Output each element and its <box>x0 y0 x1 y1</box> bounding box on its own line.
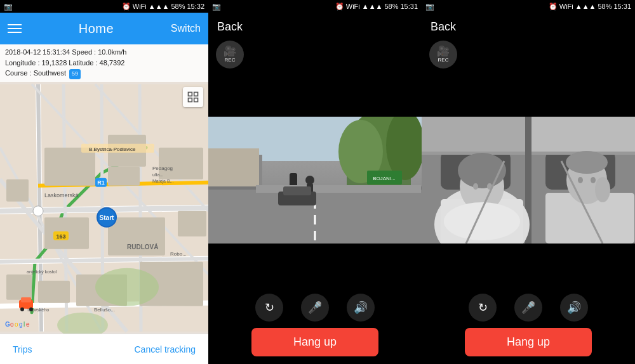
speed-badge: 59 <box>69 69 81 79</box>
video2-status-icons: ⏰ WiFi ▲▲▲ 58% 15:31 <box>549 3 631 11</box>
svg-rect-54 <box>189 98 192 101</box>
svg-text:RUDLOVÁ: RUDLOVÁ <box>127 242 158 250</box>
switch-button[interactable]: Switch <box>171 23 201 34</box>
rotate-icon-front: ↻ <box>265 301 274 315</box>
svg-rect-7 <box>6 274 32 299</box>
header-title: Home <box>79 22 114 36</box>
bottom-nav: Trips Cancel tracking <box>0 334 208 364</box>
svg-text:anjelický kostol: anjelický kostol <box>27 269 57 274</box>
hangup-button-interior[interactable]: Hang up <box>465 328 592 356</box>
volume-button-front[interactable]: 🔊 <box>347 294 375 322</box>
svg-point-2 <box>33 205 43 216</box>
video-bottom-black-interior <box>422 244 635 287</box>
volume-icon-front: 🔊 <box>354 301 368 315</box>
svg-rect-11 <box>108 166 140 185</box>
info-line3: Course : Southwest 59 <box>5 68 203 79</box>
svg-rect-10 <box>38 280 70 302</box>
v2-time: 15:31 <box>613 3 631 10</box>
svg-text:g: g <box>19 320 23 327</box>
v2-wifi-icon: WiFi <box>559 3 573 10</box>
map-panel: 📷 ⏰ WiFi ▲▲▲ 58% 15:32 Home Switch 2018-… <box>0 0 208 364</box>
svg-rect-53 <box>194 92 198 96</box>
video2-camera-icon: 📷 <box>425 3 434 11</box>
mic-icon-front: 🎤 <box>308 301 322 315</box>
video2-header: Back <box>422 13 635 41</box>
svg-rect-43 <box>21 297 31 302</box>
signal-icon: ▲▲▲ <box>149 3 170 10</box>
v1-battery: 58% <box>384 3 398 10</box>
map-view[interactable]: Banská Bystrica Laskomerská B.Bystrica-P… <box>0 82 208 334</box>
status-bar-map: 📷 ⏰ WiFi ▲▲▲ 58% 15:32 <box>0 0 208 13</box>
svg-rect-55 <box>194 98 198 101</box>
video-bottom-black-front <box>208 244 422 287</box>
volume-icon-interior: 🔊 <box>567 301 581 315</box>
svg-text:163: 163 <box>56 233 65 239</box>
rotate-button-interior[interactable]: ↻ <box>469 294 497 322</box>
mic-button-interior[interactable]: 🎤 <box>514 294 542 322</box>
back-button-interior[interactable]: Back <box>431 20 456 34</box>
svg-rect-77 <box>422 117 528 152</box>
video-panel-front: 📷 ⏰ WiFi ▲▲▲ 58% 15:31 Back 🎥 REC BOJANI… <box>208 0 422 364</box>
svg-point-91 <box>578 177 583 183</box>
svg-text:B.Bystrica-Podlavice: B.Bystrica-Podlavice <box>89 146 136 152</box>
svg-text:ulta...: ulta... <box>152 172 163 176</box>
video-controls-front: ↻ 🎤 🔊 <box>208 287 422 328</box>
svg-text:Pedagog: Pedagog <box>152 165 173 171</box>
svg-text:BOJANI...: BOJANI... <box>373 176 396 181</box>
svg-point-45 <box>29 307 33 311</box>
svg-point-67 <box>305 176 314 185</box>
info-line2: Longitude : 19,1328 Latitude : 48,7392 <box>5 58 203 68</box>
wifi-icon: WiFi <box>133 3 147 10</box>
volume-button-interior[interactable]: 🔊 <box>560 294 588 322</box>
rotate-icon-interior: ↻ <box>478 301 488 315</box>
trips-link[interactable]: Trips <box>13 344 32 354</box>
cancel-tracking-link[interactable]: Cancel tracking <box>135 344 196 354</box>
svg-rect-3 <box>44 147 95 185</box>
svg-rect-13 <box>178 211 206 236</box>
svg-text:e: e <box>26 320 30 327</box>
mic-button-front[interactable]: 🎤 <box>301 294 329 322</box>
svg-text:Laskomerská: Laskomerská <box>44 192 79 198</box>
rec-button-front[interactable]: 🎥 REC <box>216 41 244 68</box>
rotate-button-front[interactable]: ↻ <box>255 294 283 322</box>
svg-point-89 <box>566 151 608 174</box>
v1-wifi-icon: WiFi <box>346 3 360 10</box>
map-header: Home Switch <box>0 13 208 44</box>
svg-point-84 <box>473 183 478 190</box>
v1-signal-icon: ▲▲▲ <box>362 3 383 10</box>
video-panel-interior: 📷 ⏰ WiFi ▲▲▲ 58% 15:31 Back 🎥 REC <box>422 0 635 364</box>
svg-point-92 <box>591 177 596 183</box>
svg-text:l: l <box>23 320 25 327</box>
battery-level: 58% <box>171 3 185 10</box>
alarm-icon: ⏰ <box>122 3 131 11</box>
hangup-button-front[interactable]: Hang up <box>251 328 378 356</box>
video1-header: Back <box>208 13 422 41</box>
v2-alarm-icon: ⏰ <box>549 3 558 11</box>
v2-battery: 58% <box>598 3 612 10</box>
rec-camera-icon: 🎥 <box>224 46 236 56</box>
status-bar-video1: 📷 ⏰ WiFi ▲▲▲ 58% 15:31 <box>208 0 422 13</box>
rec-camera-icon-2: 🎥 <box>437 46 450 56</box>
video-feed-front: BOJANI... <box>208 117 422 244</box>
svg-text:o: o <box>10 320 14 327</box>
video1-status-icons: ⏰ WiFi ▲▲▲ 58% 15:31 <box>335 3 418 11</box>
svg-text:Robo...: Robo... <box>170 250 187 256</box>
svg-rect-78 <box>528 117 635 152</box>
svg-text:Bellušo...: Bellušo... <box>94 306 115 312</box>
status-icons: ⏰ WiFi ▲▲▲ 58% 15:32 <box>122 3 204 11</box>
v1-alarm-icon: ⏰ <box>335 3 344 11</box>
svg-rect-14 <box>6 179 29 201</box>
v1-time: 15:31 <box>400 3 418 10</box>
back-button-front[interactable]: Back <box>217 20 243 34</box>
map-overlay-button[interactable] <box>183 87 203 107</box>
rec-button-interior[interactable]: 🎥 REC <box>429 41 457 68</box>
v2-signal-icon: ▲▲▲ <box>575 3 596 10</box>
svg-text:Start: Start <box>100 214 114 221</box>
menu-button[interactable] <box>8 24 22 33</box>
info-line1: 2018-04-12 15:31:34 Speed : 10.0km/h <box>5 47 203 58</box>
svg-rect-52 <box>189 92 192 96</box>
svg-rect-69 <box>283 186 311 195</box>
svg-point-44 <box>20 307 24 311</box>
video-controls-interior: ↻ 🎤 🔊 <box>422 287 635 328</box>
camera-status-icon: 📷 <box>4 3 13 11</box>
